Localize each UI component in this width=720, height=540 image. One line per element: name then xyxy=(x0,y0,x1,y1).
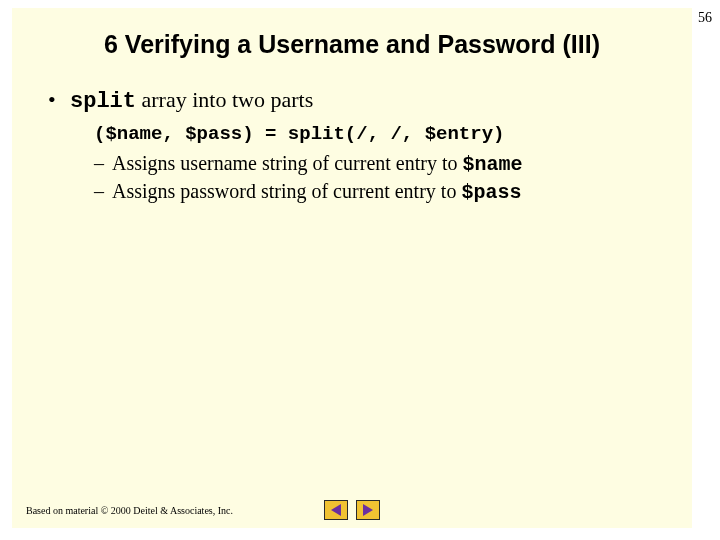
nav-controls xyxy=(324,500,380,520)
sub-item-2: – Assigns password string of current ent… xyxy=(94,178,682,206)
content-area: • split array into two parts ($name, $pa… xyxy=(12,59,692,206)
sub1-pre: Assigns username string of current entry… xyxy=(112,152,462,174)
bullet-item: • split array into two parts xyxy=(48,87,682,114)
bullet-dot-icon: • xyxy=(48,87,70,113)
sub-item-1: – Assigns username string of current ent… xyxy=(94,150,682,178)
page-number: 56 xyxy=(698,10,712,26)
footer-text: Based on material © 2000 Deitel & Associ… xyxy=(26,505,233,516)
bullet-code-word: split xyxy=(70,89,136,114)
next-button[interactable] xyxy=(356,500,380,520)
code-line: ($name, $pass) = split(/, /, $entry) xyxy=(94,122,682,148)
triangle-left-icon xyxy=(331,504,341,516)
prev-button[interactable] xyxy=(324,500,348,520)
sub1-code: $name xyxy=(462,153,522,176)
dash-icon: – xyxy=(94,150,112,177)
slide-title: 6 Verifying a Username and Password (III… xyxy=(12,8,692,59)
bullet-rest: array into two parts xyxy=(136,87,313,112)
slide: 56 6 Verifying a Username and Password (… xyxy=(12,8,692,528)
triangle-right-icon xyxy=(363,504,373,516)
bullet-text: split array into two parts xyxy=(70,87,313,114)
sub2-pre: Assigns password string of current entry… xyxy=(112,180,461,202)
sub-item-1-text: Assigns username string of current entry… xyxy=(112,150,523,178)
sub2-code: $pass xyxy=(461,181,521,204)
dash-icon: – xyxy=(94,178,112,205)
sub-item-2-text: Assigns password string of current entry… xyxy=(112,178,521,206)
sub-block: ($name, $pass) = split(/, /, $entry) – A… xyxy=(94,122,682,206)
